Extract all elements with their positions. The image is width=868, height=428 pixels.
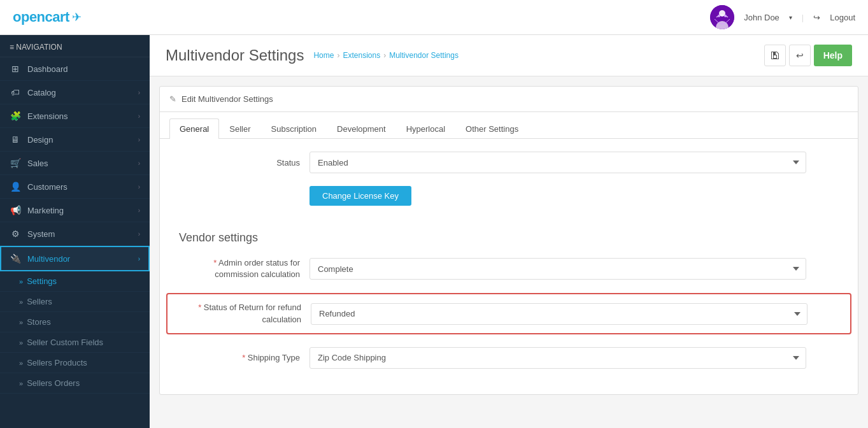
sidebar-item-customers[interactable]: 👤 Customers › xyxy=(0,175,150,199)
marketing-icon: 📢 xyxy=(10,205,21,215)
sidebar-item-label: Sales xyxy=(27,159,48,168)
extensions-icon: 🧩 xyxy=(10,111,21,121)
header-right: John Doe ▾ | ↪ Logout xyxy=(710,5,855,29)
edit-icon: ✎ xyxy=(169,94,176,104)
shipping-type-label: Shipping Type xyxy=(169,353,309,362)
tab-other-settings[interactable]: Other Settings xyxy=(455,118,529,139)
license-key-row: Change License Key xyxy=(169,186,848,218)
design-icon: 🖥 xyxy=(10,134,21,145)
sidebar-item-design[interactable]: 🖥 Design › xyxy=(0,128,150,152)
chevron-right-icon: › xyxy=(138,207,140,214)
help-button[interactable]: Help xyxy=(814,45,852,66)
back-icon: ↩ xyxy=(796,50,804,61)
chevron-right-icon: » xyxy=(19,339,23,346)
sidebar-subitem-sellers-orders[interactable]: » Sellers Orders xyxy=(0,373,150,394)
svg-point-3 xyxy=(718,15,720,17)
return-status-label: Status of Return for refund calculation xyxy=(171,302,311,325)
change-license-button[interactable]: Change License Key xyxy=(309,186,411,206)
breadcrumb-current: Multivendor Settings xyxy=(389,51,459,60)
logo-text: opencart xyxy=(13,9,69,25)
sidebar: ≡ NAVIGATION ⊞ Dashboard 🏷 Catalog › 🧩 E… xyxy=(0,35,150,428)
sidebar-item-label: Catalog xyxy=(27,88,56,97)
sidebar-subitem-label: Settings xyxy=(27,276,57,286)
return-status-select[interactable]: Refunded Awaiting Products Complete xyxy=(311,303,808,325)
logo: opencart ✈ xyxy=(13,9,82,25)
breadcrumb-home[interactable]: Home xyxy=(313,51,334,60)
status-select[interactable]: Enabled Disabled xyxy=(309,152,806,173)
catalog-icon: 🏷 xyxy=(10,87,21,97)
sidebar-item-extensions[interactable]: 🧩 Extensions › xyxy=(0,104,150,128)
chevron-right-icon: » xyxy=(19,298,23,306)
tab-development[interactable]: Development xyxy=(327,118,396,139)
page-title: Multivendor Settings xyxy=(166,46,304,64)
logout-icon: ↪ xyxy=(813,13,820,22)
shipping-type-form-group: Shipping Type Zip Code Shipping Flat Rat… xyxy=(169,347,848,369)
page-header: Multivendor Settings Home › Extensions ›… xyxy=(150,35,868,76)
sidebar-item-multivendor[interactable]: 🔌 Multivendor › xyxy=(0,246,150,271)
sidebar-item-dashboard[interactable]: ⊞ Dashboard xyxy=(0,57,150,81)
tab-hyperlocal[interactable]: Hyperlocal xyxy=(396,118,455,139)
tab-subscription[interactable]: Subscription xyxy=(261,118,327,139)
user-dropdown-icon[interactable]: ▾ xyxy=(789,14,792,21)
page-actions: ↩ Help xyxy=(764,45,852,66)
tabs-bar: General Seller Subscription Development … xyxy=(160,112,858,139)
tab-general[interactable]: General xyxy=(169,118,219,139)
chevron-right-icon: » xyxy=(19,278,23,285)
chevron-right-icon: » xyxy=(19,318,23,326)
sidebar-subitem-stores[interactable]: » Stores xyxy=(0,312,150,332)
admin-order-status-select[interactable]: Complete Processing Shipped xyxy=(309,258,806,280)
admin-order-status-form-group: Admin order status for commission calcul… xyxy=(169,257,848,280)
return-status-highlighted-group: Status of Return for refund calculation … xyxy=(166,293,851,334)
sidebar-subitem-label: Sellers Orders xyxy=(27,378,80,388)
sidebar-item-marketing[interactable]: 📢 Marketing › xyxy=(0,199,150,222)
sidebar-subitem-sellers[interactable]: » Sellers xyxy=(0,292,150,312)
chevron-right-icon: › xyxy=(138,113,140,120)
sidebar-item-label: Dashboard xyxy=(27,64,68,74)
breadcrumb-extensions[interactable]: Extensions xyxy=(343,51,380,60)
admin-order-status-label: Admin order status for commission calcul… xyxy=(169,257,309,280)
sidebar-item-label: Customers xyxy=(27,182,68,192)
sidebar-subitem-settings[interactable]: » Settings xyxy=(0,271,150,292)
tab-seller[interactable]: Seller xyxy=(219,118,260,139)
shipping-type-select[interactable]: Zip Code Shipping Flat Rate Free Shippin… xyxy=(309,347,806,369)
multivendor-icon: 🔌 xyxy=(10,253,21,264)
panel-title: Edit Multivendor Settings xyxy=(181,94,273,104)
return-status-form-group: Status of Return for refund calculation … xyxy=(171,302,847,325)
sidebar-item-label: Design xyxy=(27,135,53,145)
vendor-settings-title: Vendor settings xyxy=(169,231,848,245)
sidebar-subitem-label: Sellers xyxy=(27,297,52,306)
avatar xyxy=(710,5,734,29)
panel-body: Status Enabled Disabled Change License K… xyxy=(160,139,858,394)
sidebar-item-label: Multivendor xyxy=(27,254,70,264)
breadcrumb-sep: › xyxy=(337,51,339,60)
sidebar-item-label: Marketing xyxy=(27,206,64,215)
status-label: Status xyxy=(169,158,309,168)
chevron-right-icon: › xyxy=(138,160,140,167)
chevron-right-icon: › xyxy=(138,89,140,96)
top-header: opencart ✈ John Doe ▾ | ↪ Logout xyxy=(0,0,868,35)
sidebar-item-sales[interactable]: 🛒 Sales › xyxy=(0,152,150,175)
sidebar-subitem-label: Stores xyxy=(27,317,51,327)
sidebar-subitem-sellers-products[interactable]: » Sellers Products xyxy=(0,353,150,373)
sidebar-subitem-seller-custom-fields[interactable]: » Seller Custom Fields xyxy=(0,332,150,353)
svg-point-4 xyxy=(724,15,727,17)
system-icon: ⚙ xyxy=(10,229,21,239)
sidebar-item-catalog[interactable]: 🏷 Catalog › xyxy=(0,81,150,104)
sidebar-subitem-label: Sellers Products xyxy=(27,358,87,367)
customers-icon: 👤 xyxy=(10,182,21,192)
save-button[interactable] xyxy=(764,45,786,66)
chevron-right-icon: › xyxy=(138,183,140,190)
settings-panel: ✎ Edit Multivendor Settings General Sell… xyxy=(159,86,858,395)
chevron-right-icon: » xyxy=(19,380,23,387)
main-content: Multivendor Settings Home › Extensions ›… xyxy=(150,35,868,428)
nav-header: ≡ NAVIGATION xyxy=(0,35,150,57)
sidebar-item-label: System xyxy=(27,229,55,239)
chevron-right-icon: › xyxy=(138,255,140,262)
logout-button[interactable]: Logout xyxy=(830,13,855,22)
back-button[interactable]: ↩ xyxy=(789,45,811,66)
sales-icon: 🛒 xyxy=(10,158,21,168)
sidebar-item-system[interactable]: ⚙ System › xyxy=(0,222,150,246)
logo-icon: ✈ xyxy=(72,10,82,24)
user-name: John Doe xyxy=(744,13,779,22)
status-form-group: Status Enabled Disabled xyxy=(169,152,848,173)
